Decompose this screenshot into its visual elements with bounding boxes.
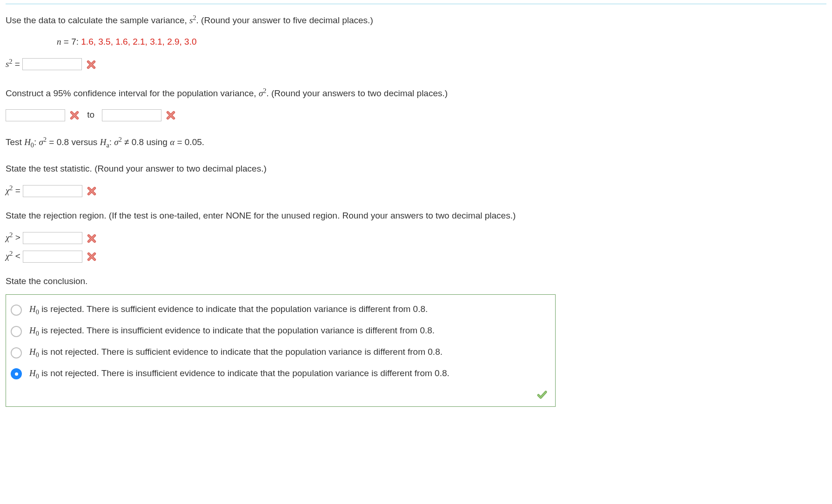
chi2-lt-input[interactable] (23, 251, 82, 263)
ci-upper-input[interactable] (102, 109, 161, 121)
wrong-icon (87, 233, 97, 244)
txt-c1: is rejected. There is insufficient evide… (39, 325, 435, 335)
chi2-gt-input[interactable] (23, 232, 82, 244)
q5-lt-row: χ2 < (6, 247, 826, 265)
ha: H (100, 138, 107, 147)
h0-c0: H (29, 304, 36, 314)
ne: ≠ 0.8 using (122, 138, 170, 147)
colon2: : (109, 138, 114, 147)
q4-prompt: State the test statistic. (Round your an… (6, 160, 826, 177)
question-container: Use the data to calculate the sample var… (6, 4, 826, 407)
txt-c2: is not rejected. There is sufficient evi… (39, 347, 443, 357)
wrong-icon (69, 110, 80, 120)
q1-prompt-b: . (Round your answer to five decimal pla… (196, 15, 373, 25)
h0-c1: H (29, 325, 36, 335)
radio-1[interactable] (11, 326, 22, 337)
sup-2e: 2 (119, 136, 122, 143)
q2-prompt: Construct a 95% confidence interval for … (6, 85, 826, 102)
wrong-icon (87, 252, 97, 262)
eq08: = 0.8 versus (47, 138, 100, 147)
h0-c2: H (29, 347, 36, 357)
colon1: : (34, 138, 39, 147)
choice-text-2: H0 is not rejected. There is sufficient … (29, 347, 443, 359)
radio-2[interactable] (11, 347, 22, 358)
data-values: 1.6, 3.5, 1.6, 2.1, 3.1, 2.9, 3.0 (81, 37, 196, 46)
q5-gt-row: χ2 > (6, 229, 826, 246)
chi2-input[interactable] (23, 185, 82, 197)
gt: > (13, 233, 23, 243)
sigma1: σ (39, 138, 43, 147)
eq: = (13, 59, 23, 69)
choice-3[interactable]: H0 is not rejected. There is insufficien… (11, 368, 550, 380)
alpha-eq: = 0.05. (174, 138, 204, 147)
q4-answer-row: χ2 = (6, 182, 826, 199)
h0-c3: H (29, 368, 36, 378)
h0sub-c0: 0 (36, 308, 39, 316)
correct-icon (537, 389, 548, 403)
to-label: to (87, 110, 94, 119)
ci-lower-input[interactable] (6, 109, 65, 121)
s2-input[interactable] (22, 58, 82, 70)
h0-sub: 0 (31, 142, 34, 149)
wrong-icon (86, 60, 96, 70)
wrong-icon (87, 186, 97, 196)
txt-c0: is rejected. There is sufficient evidenc… (39, 304, 428, 314)
choices-box: H0 is rejected. There is sufficient evid… (6, 294, 556, 407)
q2-prompt-a: Construct a 95% confidence interval for … (6, 88, 259, 98)
q1-prompt-a: Use the data to calculate the sample var… (6, 15, 189, 25)
q2-prompt-b: . (Round your answers to two decimal pla… (266, 88, 448, 98)
choice-2[interactable]: H0 is not rejected. There is sufficient … (11, 347, 550, 359)
q1-answer-row: s2 = (6, 55, 826, 73)
choice-text-0: H0 is rejected. There is sufficient evid… (29, 304, 428, 316)
test-a: Test (6, 138, 24, 147)
n-label: n (57, 37, 61, 46)
eq2: = (13, 186, 23, 195)
q5-prompt: State the rejection region. (If the test… (6, 207, 826, 224)
txt-c3: is not rejected. There is insufficient e… (39, 368, 450, 378)
q2-answer-row: to (6, 106, 826, 123)
h0sub-c3: 0 (36, 372, 39, 379)
n-eq: = 7: (61, 37, 81, 46)
q3-hypothesis: Test H0: σ2 = 0.8 versus Ha: σ2 ≠ 0.8 us… (6, 133, 826, 152)
h0: H (24, 138, 31, 147)
sigma-label: σ (259, 88, 263, 98)
choice-0[interactable]: H0 is rejected. There is sufficient evid… (11, 304, 550, 316)
lt: < (13, 251, 23, 261)
choice-text-3: H0 is not rejected. There is insufficien… (29, 368, 450, 380)
q1-prompt: Use the data to calculate the sample var… (6, 12, 826, 29)
correct-row (11, 389, 550, 403)
q6-prompt: State the conclusion. (6, 273, 826, 290)
sigma2: σ (114, 138, 118, 147)
radio-3[interactable] (11, 368, 22, 379)
sup-2b: 2 (9, 58, 12, 65)
choice-1[interactable]: H0 is rejected. There is insufficient ev… (11, 325, 550, 338)
radio-0[interactable] (11, 305, 22, 316)
alpha: α (170, 138, 174, 147)
h0sub-c2: 0 (36, 351, 39, 358)
h0sub-c1: 0 (36, 330, 39, 337)
choice-text-1: H0 is rejected. There is insufficient ev… (29, 325, 435, 338)
q1-data-line: n = 7: 1.6, 3.5, 1.6, 2.1, 3.1, 2.9, 3.0 (57, 33, 826, 50)
sup-2: 2 (193, 14, 196, 21)
wrong-icon (166, 110, 176, 120)
sup-2d: 2 (43, 136, 47, 143)
